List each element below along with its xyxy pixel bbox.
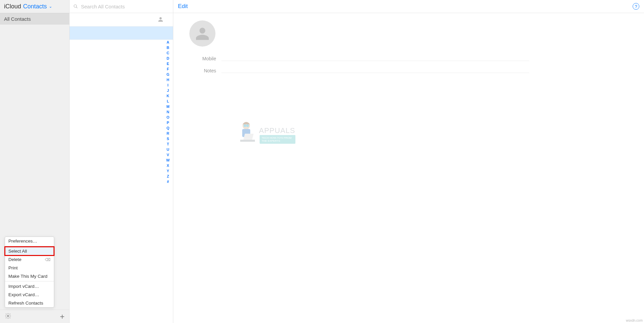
search-input[interactable] [81, 4, 170, 9]
menu-export-vcard[interactable]: Export vCard… [5, 290, 54, 299]
index-letter-i[interactable]: I [167, 83, 168, 87]
search-icon [73, 4, 78, 9]
notes-label: Notes [189, 68, 221, 73]
contacts-column: ABCDEFGHIJKLMNOPQRSTUVWXYZ# [70, 0, 173, 323]
index-letter-w[interactable]: W [166, 158, 170, 162]
watermark-tagline: TECH HOW-TO'S FROM THE EXPERTS [260, 135, 295, 144]
index-letter-c[interactable]: C [167, 51, 169, 55]
svg-point-3 [243, 122, 250, 129]
alpha-index-strip: ABCDEFGHIJKLMNOPQRSTUVWXYZ# [165, 40, 171, 316]
edit-button[interactable]: Edit [178, 3, 188, 10]
gear-icon [5, 313, 11, 319]
contact-avatar[interactable] [189, 20, 215, 47]
menu-delete[interactable]: Delete ⌫ [5, 255, 54, 264]
contact-row-selected[interactable] [70, 26, 173, 40]
field-notes: Notes [189, 68, 644, 73]
watermark: APPUALS TECH HOW-TO'S FROM THE EXPERTS [236, 120, 295, 144]
menu-import-vcard[interactable]: Import vCard… [5, 282, 54, 290]
index-letter-n[interactable]: N [167, 110, 169, 114]
mobile-value-line[interactable] [221, 56, 529, 61]
contact-row-me[interactable] [70, 13, 173, 26]
delete-shortcut-icon: ⌫ [45, 257, 51, 262]
index-letter-y[interactable]: Y [167, 169, 169, 173]
source-attribution: wsxdn.com [626, 319, 643, 322]
menu-select-all[interactable]: Select All [5, 247, 54, 255]
index-letter-s[interactable]: S [167, 137, 169, 141]
menu-separator [5, 246, 54, 246]
help-button[interactable]: ? [633, 3, 639, 10]
index-letter-m[interactable]: M [166, 105, 169, 109]
detail-pane: Edit ? Mobile Notes [173, 0, 644, 323]
index-letter-j[interactable]: J [167, 88, 169, 92]
index-letter-k[interactable]: K [167, 94, 169, 98]
chevron-down-icon: ⌄ [49, 4, 52, 9]
index-letter-p[interactable]: P [167, 121, 169, 125]
svg-rect-8 [240, 140, 255, 142]
menu-preferences[interactable]: Preferences… [5, 237, 54, 245]
svg-point-5 [246, 124, 249, 127]
help-icon: ? [635, 4, 637, 9]
index-letter-z[interactable]: Z [167, 174, 169, 178]
index-letter-#[interactable]: # [167, 180, 169, 184]
notes-value-line[interactable] [221, 68, 529, 73]
index-letter-g[interactable]: G [167, 72, 170, 76]
app-title: iCloud [4, 3, 21, 10]
sidebar: iCloud Contacts ⌄ All Contacts Preferenc… [0, 0, 70, 323]
field-mobile: Mobile [189, 56, 644, 61]
svg-point-0 [7, 315, 9, 317]
svg-point-4 [244, 124, 246, 127]
index-letter-r[interactable]: R [167, 131, 169, 135]
index-letter-f[interactable]: F [167, 67, 169, 71]
index-letter-v[interactable]: V [167, 153, 169, 157]
index-letter-l[interactable]: L [167, 99, 169, 103]
mobile-label: Mobile [189, 56, 221, 61]
section-title: Contacts [23, 3, 47, 10]
watermark-mascot-icon [236, 120, 259, 144]
menu-make-my-card[interactable]: Make This My Card [5, 272, 54, 280]
sidebar-header: iCloud Contacts ⌄ [0, 0, 69, 13]
section-dropdown[interactable]: Contacts ⌄ [21, 3, 52, 10]
index-letter-t[interactable]: T [167, 142, 169, 146]
person-silhouette-icon [195, 26, 210, 41]
menu-print[interactable]: Print [5, 264, 54, 272]
me-card-icon [158, 16, 164, 24]
index-letter-e[interactable]: E [167, 62, 169, 66]
svg-line-2 [76, 7, 77, 8]
svg-rect-7 [244, 134, 254, 140]
detail-header: Edit ? [173, 0, 644, 13]
detail-body: Mobile Notes APPUALS [173, 13, 644, 323]
index-letter-u[interactable]: U [167, 147, 169, 151]
settings-gear-button[interactable] [5, 313, 11, 321]
add-contact-button[interactable]: + [60, 313, 65, 321]
index-letter-b[interactable]: B [167, 46, 169, 50]
svg-point-1 [74, 5, 77, 7]
sidebar-group-label: All Contacts [4, 16, 31, 22]
contact-list [70, 13, 173, 323]
svg-rect-6 [242, 129, 250, 137]
index-letter-a[interactable]: A [167, 40, 169, 44]
index-letter-d[interactable]: D [167, 56, 169, 60]
search-bar [70, 0, 173, 13]
index-letter-h[interactable]: H [167, 78, 169, 82]
watermark-brand: APPUALS [259, 126, 295, 135]
settings-popup-menu: Preferences… Select All Delete ⌫ Print M… [5, 237, 54, 308]
index-letter-x[interactable]: X [167, 164, 169, 168]
index-letter-q[interactable]: Q [167, 126, 170, 130]
menu-refresh-contacts[interactable]: Refresh Contacts [5, 299, 54, 307]
menu-separator [5, 281, 54, 281]
index-letter-o[interactable]: O [167, 115, 170, 119]
sidebar-item-all-contacts[interactable]: All Contacts [0, 13, 69, 24]
sidebar-footer: + [0, 310, 69, 323]
